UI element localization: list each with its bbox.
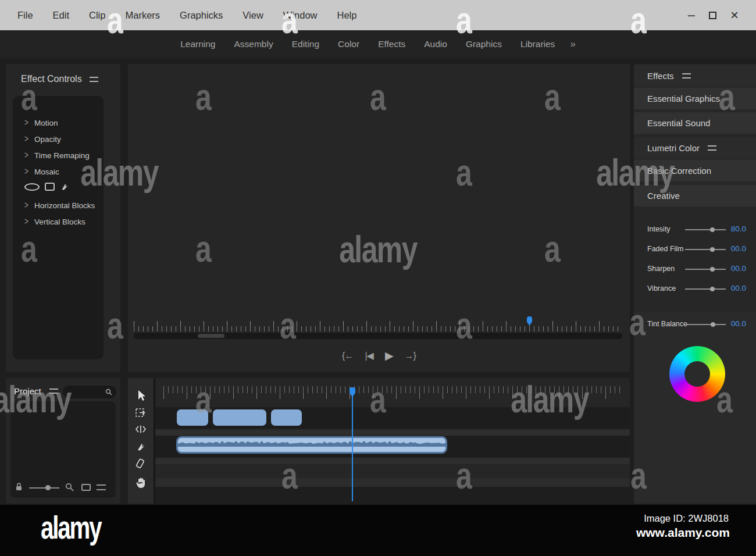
maximize-button[interactable] — [709, 12, 716, 19]
icon-view-icon[interactable] — [81, 484, 91, 491]
effect-row-horizontal-blocks[interactable]: > Horizontal Blocks — [13, 197, 104, 213]
menu-file[interactable]: File — [17, 10, 33, 21]
panel-menu-icon[interactable] — [708, 145, 716, 151]
step-back-button[interactable]: |◀ — [365, 350, 373, 361]
menu-window[interactable]: Window — [283, 10, 318, 21]
menu-help[interactable]: Help — [337, 10, 357, 21]
video-clip-1[interactable] — [177, 409, 208, 426]
color-wheel[interactable] — [669, 346, 725, 402]
slider-thumb[interactable] — [710, 287, 715, 291]
track-select-tool[interactable] — [128, 407, 154, 419]
slider-track[interactable] — [685, 288, 726, 290]
tab-overflow-chevron[interactable]: » — [570, 38, 575, 50]
effect-row-vertical-blocks[interactable]: > Vertical Blocks — [13, 213, 104, 230]
panel-menu-icon[interactable] — [49, 389, 58, 394]
video-clip-2[interactable] — [213, 409, 266, 426]
window-controls: – × — [688, 0, 756, 30]
empty-track[interactable] — [155, 487, 630, 504]
slider-track[interactable] — [685, 269, 726, 270]
tab-learning[interactable]: Learning — [180, 39, 215, 49]
slider-thumb[interactable] — [710, 267, 715, 272]
slider-faded-film: Faded Film 00.0 — [634, 244, 756, 254]
slider-thumb[interactable] — [711, 322, 715, 327]
project-panel: Project — [6, 378, 120, 504]
zoom-slider-track[interactable] — [29, 487, 59, 489]
track-select-icon — [135, 407, 147, 419]
panel-menu-icon[interactable] — [682, 73, 691, 79]
section-label: Basic Correction — [647, 166, 711, 176]
tab-audio[interactable]: Audio — [424, 39, 447, 49]
timeline-ruler[interactable] — [163, 386, 624, 400]
effect-label: Mosaic — [34, 167, 59, 176]
slider-vibrance: Vibrance 00.0 — [634, 284, 756, 293]
menu-view[interactable]: View — [243, 10, 263, 21]
project-toolbar — [10, 482, 116, 493]
go-to-in-button[interactable]: {← — [342, 351, 353, 361]
section-basic-correction[interactable]: Basic Correction — [634, 160, 756, 181]
search-icon[interactable] — [65, 483, 74, 491]
zoom-slider-thumb[interactable] — [45, 485, 51, 490]
effect-label: Opacity — [34, 135, 61, 144]
effect-row-motion[interactable]: > Motion — [13, 115, 104, 131]
tab-libraries[interactable]: Libraries — [520, 39, 555, 49]
menu-clip[interactable]: Clip — [89, 10, 105, 21]
section-creative[interactable]: Creative — [634, 185, 756, 206]
razor-tool[interactable] — [128, 458, 154, 470]
ellipse-mask-icon[interactable] — [24, 183, 40, 191]
video-clip-3[interactable] — [271, 409, 302, 426]
go-to-out-button[interactable]: →} — [405, 351, 416, 361]
minimize-button[interactable]: – — [688, 12, 695, 18]
slider-value[interactable]: 00.0 — [731, 319, 746, 328]
menu-graphics[interactable]: Graphicks — [180, 10, 223, 21]
panel-menu-icon[interactable] — [90, 77, 98, 82]
monitor-scrollbar[interactable] — [134, 333, 622, 339]
tint-section: Tint Balance 00.0 — [634, 312, 756, 504]
slider-label: Sharpen — [647, 265, 675, 273]
hand-tool[interactable] — [128, 477, 154, 489]
effect-row-time-remapping[interactable]: > Time Remaping — [13, 147, 104, 163]
section-lumetri-color[interactable]: Lumetri Color — [634, 137, 756, 159]
section-label: Essential Sound — [647, 118, 710, 128]
slider-thumb[interactable] — [710, 227, 715, 232]
slider-value[interactable]: 00.0 — [731, 284, 746, 293]
menu-edit[interactable]: Edit — [53, 10, 69, 21]
lock-icon[interactable] — [15, 482, 23, 491]
ripple-edit-tool[interactable] — [128, 425, 154, 434]
tab-editing[interactable]: Editing — [292, 39, 319, 49]
audio-clip[interactable] — [176, 436, 447, 454]
app-window: File Edit Clip Markers Graphicks View Wi… — [0, 0, 756, 556]
pen-tool[interactable] — [128, 441, 154, 452]
slider-value[interactable]: 00.0 — [731, 264, 746, 273]
ripple-edit-icon — [135, 425, 147, 434]
slider-sharpen: Sharpen 00.0 — [634, 264, 756, 273]
menu-markers[interactable]: Markers — [125, 10, 160, 21]
slider-track[interactable] — [685, 324, 726, 325]
play-button[interactable]: ▶ — [385, 349, 393, 362]
project-bin-area[interactable] — [10, 401, 116, 498]
monitor-time-ruler[interactable] — [134, 321, 622, 332]
effect-row-mosaic[interactable]: > Mosaic — [13, 163, 104, 180]
effect-row-opacity[interactable]: > Opacity — [13, 131, 104, 147]
section-essential-graphics[interactable]: Essential Graphics — [634, 88, 756, 109]
section-label: Effects — [647, 71, 674, 81]
section-effects[interactable]: Effects — [634, 65, 756, 87]
slider-tint-balance: Tint Balance 00.0 — [634, 319, 756, 329]
tab-assembly[interactable]: Assembly — [234, 39, 273, 49]
rectangle-mask-icon[interactable] — [45, 183, 55, 191]
chevron-right-icon: > — [24, 200, 28, 211]
slider-track[interactable] — [685, 249, 726, 250]
close-button[interactable]: × — [730, 11, 739, 19]
pen-mask-icon[interactable] — [60, 182, 69, 191]
slider-thumb[interactable] — [710, 247, 715, 252]
slider-track[interactable] — [685, 229, 726, 230]
slider-value[interactable]: 80.0 — [731, 224, 746, 233]
selection-tool[interactable] — [128, 390, 154, 402]
tab-color[interactable]: Color — [338, 39, 359, 49]
tab-graphics[interactable]: Graphics — [466, 39, 502, 49]
slider-value[interactable]: 00.0 — [731, 244, 746, 253]
list-view-icon[interactable] — [97, 484, 106, 490]
tab-effects[interactable]: Effects — [378, 39, 405, 49]
section-essential-sound[interactable]: Essential Sound — [634, 112, 756, 134]
monitor-scrollbar-thumb[interactable] — [198, 334, 224, 338]
project-search-input[interactable] — [63, 386, 116, 398]
